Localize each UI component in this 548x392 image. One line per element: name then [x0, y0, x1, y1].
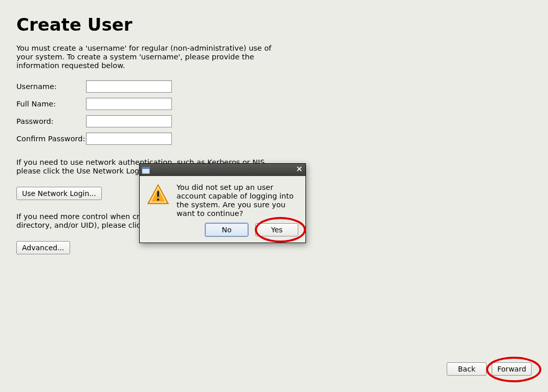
warning-icon [147, 183, 169, 218]
advanced-button[interactable]: Advanced... [16, 241, 70, 254]
dialog-yes-button[interactable]: Yes [255, 223, 298, 236]
fullname-input[interactable] [86, 98, 172, 110]
nav-buttons: Back Forward [447, 362, 532, 376]
dialog-no-button[interactable]: No [205, 223, 248, 236]
window-icon [142, 166, 150, 173]
username-input[interactable] [86, 80, 172, 93]
svg-rect-6 [157, 191, 159, 197]
confirm-password-row: Confirm Password: [16, 132, 532, 146]
page-title: Create User [16, 14, 532, 35]
password-row: Password: [16, 114, 532, 128]
confirm-dialog: You did not set up an user account capab… [139, 163, 306, 243]
back-button[interactable]: Back [447, 362, 487, 376]
dialog-close-button[interactable] [295, 166, 303, 174]
svg-rect-1 [142, 167, 149, 169]
svg-point-7 [157, 199, 160, 201]
confirm-password-label: Confirm Password: [16, 135, 86, 143]
create-user-page: Create User You must create a 'username'… [0, 0, 548, 392]
forward-button[interactable]: Forward [492, 362, 532, 376]
username-label: Username: [16, 82, 86, 91]
dialog-message: You did not set up an user account capab… [177, 183, 298, 218]
intro-text: You must create a 'username' for regular… [16, 44, 282, 70]
fullname-label: Full Name: [16, 100, 86, 108]
password-input[interactable] [86, 115, 172, 127]
password-label: Password: [16, 117, 86, 125]
fullname-row: Full Name: [16, 97, 532, 111]
use-network-login-button[interactable]: Use Network Login... [16, 187, 102, 200]
dialog-titlebar[interactable] [140, 164, 305, 176]
username-row: Username: [16, 79, 532, 94]
confirm-password-input[interactable] [86, 133, 172, 145]
